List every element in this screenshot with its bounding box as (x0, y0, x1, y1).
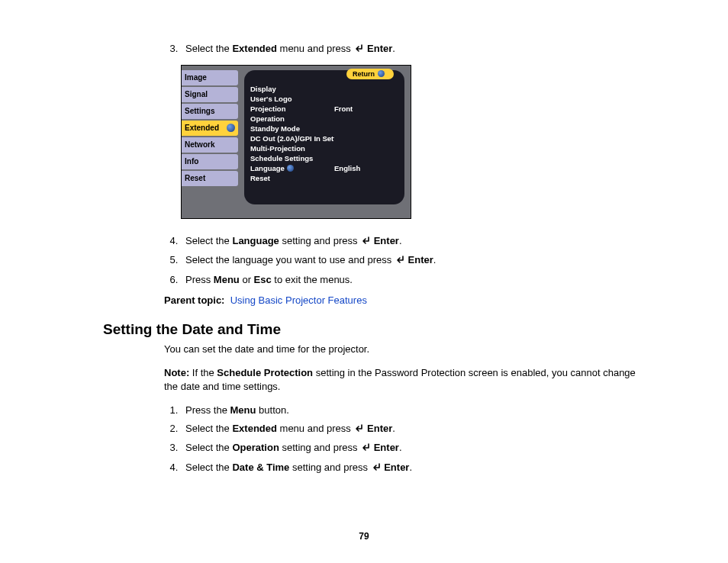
bold-text: Enter (374, 442, 399, 453)
text: Select the language you want to use and … (185, 254, 395, 265)
menu-value: Front (334, 104, 398, 114)
bold-text: Language (232, 235, 279, 246)
menu-key: Projection (250, 104, 334, 114)
return-label: Return (353, 70, 375, 78)
return-button: Return (346, 69, 394, 79)
menu-tab-reset: Reset (182, 171, 238, 186)
menu-value (334, 173, 398, 183)
text: . (433, 254, 436, 265)
bold-text: Extended (232, 423, 277, 434)
menu-row: Display (250, 84, 398, 94)
steps-list-a: Select the Extended menu and press Enter… (164, 42, 644, 57)
menu-value (334, 143, 398, 153)
menu-key: Multi-Projection (250, 143, 334, 153)
bold-text: Enter (408, 254, 433, 265)
menu-row: LanguageEnglish (250, 163, 398, 173)
tab-label: Settings (185, 107, 214, 115)
note-paragraph: Note: If the Schedule Protection setting… (164, 366, 644, 393)
bold-text: Extended (232, 43, 277, 54)
text: menu and press (277, 423, 353, 434)
menu-value (334, 114, 398, 124)
text: If the (189, 367, 217, 378)
globe-icon (287, 165, 294, 172)
bold-text: Menu (230, 404, 256, 416)
menu-row: Schedule Settings (250, 153, 398, 163)
menu-value (334, 124, 398, 134)
text: button. (256, 404, 288, 416)
menu-row: Multi-Projection (250, 143, 398, 153)
document-page: Select the Extended menu and press Enter… (0, 0, 728, 563)
content-column: You can set the date and time for the pr… (164, 343, 644, 476)
enter-icon (360, 236, 371, 249)
tab-label: Image (185, 73, 207, 82)
menu-row: Operation (250, 114, 398, 124)
enter-icon (360, 442, 371, 456)
menu-rows: Display User's Logo ProjectionFront Oper… (250, 84, 398, 183)
menu-key: Schedule Settings (250, 153, 334, 163)
enter-icon (371, 462, 382, 476)
parent-topic: Parent topic: Using Basic Projector Feat… (164, 294, 644, 307)
step-item: Press Menu or Esc to exit the menus. (181, 273, 644, 287)
tab-label: Extended (185, 124, 219, 132)
text: Select the (185, 462, 232, 473)
menu-tab-extended: Extended (182, 121, 238, 136)
steps-list-b: Select the Language setting and press En… (164, 234, 644, 287)
text: or (240, 274, 254, 285)
parent-topic-link[interactable]: Using Basic Projector Features (230, 294, 367, 306)
bold-text: Enter (384, 462, 409, 473)
menu-screenshot: Image Signal Settings Extended Network I… (181, 65, 411, 219)
bold-text: Date & Time (232, 462, 289, 473)
bold-text: Esc (254, 274, 272, 285)
parent-topic-label: Parent topic: (164, 294, 224, 306)
menu-key: DC Out (2.0A)/GPI In Settings (250, 134, 334, 143)
step-item: Select the language you want to use and … (181, 253, 644, 269)
tab-label: Info (185, 157, 198, 166)
menu-value: English (334, 163, 398, 173)
text: . (399, 235, 402, 246)
menu-tab-signal: Signal (182, 87, 238, 102)
intro-text: You can set the date and time for the pr… (164, 343, 644, 356)
menu-key: Reset (250, 173, 334, 183)
enter-icon (395, 255, 405, 269)
step-item: Press the Menu button. (181, 404, 644, 417)
bold-text: Schedule Protection (217, 367, 313, 378)
menu-key: Display (250, 84, 334, 94)
menu-tab-network: Network (182, 137, 238, 153)
text: Select the (185, 43, 232, 54)
text: Select the (185, 235, 232, 246)
tab-label: Network (185, 140, 214, 149)
menu-tab-settings: Settings (182, 104, 238, 119)
menu-tab-info: Info (182, 154, 238, 169)
text: . (392, 423, 395, 434)
menu-row: DC Out (2.0A)/GPI In Settings (250, 134, 398, 143)
tab-label: Reset (185, 174, 205, 182)
menu-value (334, 94, 398, 104)
steps-list-c: Press the Menu button. Select the Extend… (164, 404, 644, 475)
menu-key: Operation (250, 114, 334, 124)
text: menu and press (277, 43, 353, 54)
text: Select the (185, 442, 232, 453)
step-item: Select the Extended menu and press Enter… (181, 42, 644, 57)
text: Language (250, 164, 285, 172)
text: Press (185, 274, 214, 285)
bold-text: Enter (367, 43, 392, 54)
menu-key: User's Logo (250, 94, 334, 104)
menu-value (334, 153, 398, 163)
bold-text: Operation (232, 442, 279, 453)
menu-row: ProjectionFront (250, 104, 398, 114)
text: . (409, 462, 412, 473)
text: to exit the menus. (272, 274, 353, 285)
menu-row: Reset (250, 173, 398, 183)
page-number: 79 (0, 531, 728, 542)
text: setting and press (279, 235, 360, 246)
menu-row: User's Logo (250, 94, 398, 104)
text: . (399, 442, 402, 453)
step-item: Select the Date & Time setting and press… (181, 461, 644, 476)
note-label: Note: (164, 367, 189, 378)
bold-text: Enter (367, 423, 392, 434)
menu-key: Standby Mode (250, 124, 334, 134)
menu-tabs: Image Signal Settings Extended Network I… (182, 70, 238, 188)
bold-text: Menu (214, 274, 240, 285)
menu-tab-image: Image (182, 70, 238, 85)
enter-icon (353, 43, 364, 57)
